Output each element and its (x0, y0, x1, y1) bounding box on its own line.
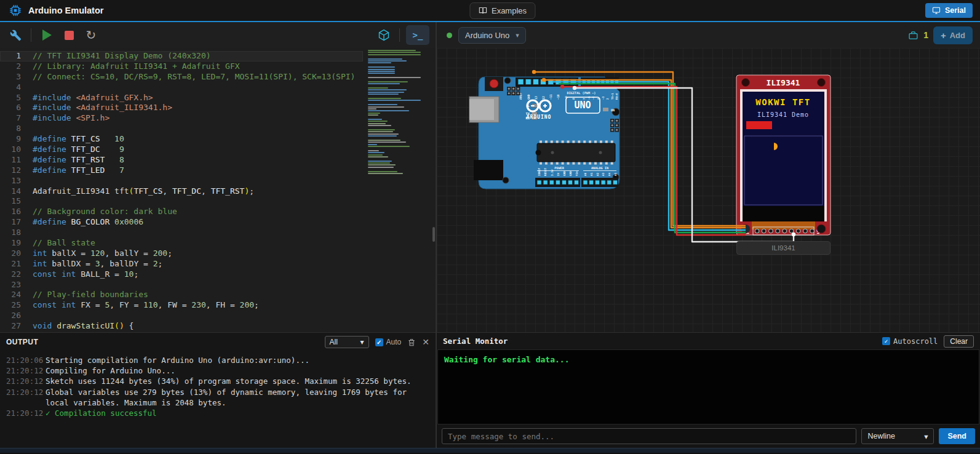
pin[interactable] (606, 80, 610, 84)
chevron-down-icon: ▾ (361, 338, 364, 346)
pin[interactable] (595, 180, 599, 185)
serial-button[interactable]: Serial (925, 3, 973, 18)
code-line[interactable]: 17#define BG_COLOR 0x0006 (0, 217, 436, 228)
serial-terminal[interactable]: Waiting for serial data... (437, 349, 979, 424)
editor-minimap[interactable] (368, 50, 426, 175)
pin[interactable] (549, 180, 554, 185)
tft-pin[interactable] (769, 229, 773, 233)
tft-pin[interactable] (796, 229, 800, 233)
code-line[interactable]: 25const int FX = 5, FY = 110, FW = 230, … (0, 300, 436, 311)
minimap-row (368, 156, 388, 157)
code-line[interactable]: 13 (0, 176, 436, 186)
minimap-row (368, 123, 386, 124)
pin[interactable] (601, 80, 605, 84)
pin[interactable] (537, 180, 541, 185)
wire-endpoint[interactable] (532, 70, 536, 74)
pin[interactable] (548, 79, 554, 85)
line-number: 6 (0, 103, 21, 113)
ili9341-tft-module[interactable]: ILI9341 WOKWI TFT ILI9341 Demo 1 9 (736, 75, 831, 235)
code-line[interactable]: 19// Ball state (0, 238, 436, 249)
serial-message-input[interactable] (442, 428, 856, 444)
pin[interactable] (587, 80, 591, 84)
code-editor[interactable]: 1// TFT ILI9341 Display Demo (240x320)2/… (0, 48, 436, 332)
pin[interactable] (525, 79, 531, 85)
code-line[interactable]: 14Adafruit_ILI9341 tft(TFT_CS, TFT_DC, T… (0, 186, 436, 197)
code-line[interactable]: 15 (0, 196, 436, 207)
stop-button[interactable] (60, 26, 78, 44)
code-line[interactable]: 27void drawStaticUI() { (0, 321, 436, 332)
pin[interactable] (556, 180, 560, 185)
code-line[interactable]: 28 tft.fillScreen(BG_COLOR); (0, 332, 436, 332)
code-line[interactable]: 1// TFT ILI9341 Display Demo (240x320) (0, 51, 363, 62)
code-line[interactable]: 22const int BALL_R = 10; (0, 269, 436, 280)
pin[interactable] (601, 180, 605, 185)
circuit-canvas[interactable]: AREFGND1312~11~10~987~6~54~32TX→1RX←0 DI… (437, 48, 980, 332)
pin[interactable] (575, 180, 579, 185)
arduino-uno-board[interactable]: AREFGND1312~11~10~987~6~54~32TX→1RX←0 DI… (479, 77, 619, 189)
minimap-row (368, 56, 426, 57)
clear-serial-button[interactable]: Clear (944, 335, 974, 348)
add-part-button[interactable]: + Add (933, 26, 973, 44)
pin[interactable] (583, 180, 588, 185)
pin-label: RX←0 (615, 93, 618, 100)
code-line[interactable]: 26 (0, 311, 436, 321)
tft-pin[interactable] (776, 229, 780, 233)
code-line[interactable]: 20int ballX = 120, ballY = 200; (0, 249, 436, 259)
line-ending-select[interactable]: Newline ▾ (861, 428, 934, 444)
pin[interactable] (541, 79, 546, 85)
board-select[interactable]: Arduino Uno ▾ (458, 27, 526, 44)
line-content: #include <Adafruit_ILI9341.h> (33, 103, 172, 113)
autoscroll-output-checkbox[interactable]: ✓ Auto (375, 338, 402, 346)
pin[interactable] (568, 180, 573, 185)
pin[interactable] (543, 180, 548, 185)
terminal-icon: >_ (413, 30, 423, 40)
log-timestamp: 21:20:12 (6, 376, 46, 386)
autoscroll-checkbox[interactable]: ✓ Autoscroll (882, 337, 938, 346)
libraries-cube-button[interactable] (375, 26, 393, 44)
code-line[interactable]: 16// Background color: dark blue (0, 207, 436, 217)
pin[interactable] (589, 180, 594, 185)
clear-output-trash-button[interactable] (407, 338, 416, 347)
pin[interactable] (607, 180, 612, 185)
tft-pin[interactable] (810, 229, 815, 233)
pin[interactable] (562, 180, 566, 185)
pin[interactable] (518, 79, 524, 85)
tft-pin[interactable] (755, 229, 759, 233)
checkbox-check-icon: ✓ (882, 337, 890, 345)
reset-button[interactable] (490, 79, 498, 88)
pin[interactable] (583, 80, 586, 84)
tft-pin[interactable] (762, 229, 766, 233)
line-content: #define TFT_RST 8 (33, 155, 124, 165)
pin[interactable] (610, 80, 614, 84)
tft-pin[interactable] (783, 229, 787, 233)
minimap-row (368, 65, 426, 66)
pin[interactable] (613, 180, 618, 185)
output-filter-select[interactable]: All ▾ (325, 336, 369, 348)
pin[interactable] (570, 79, 576, 85)
tft-pin[interactable] (803, 229, 808, 233)
code-line[interactable]: 21int ballDX = 3, ballDY = 2; (0, 259, 436, 269)
pin[interactable] (596, 80, 600, 84)
examples-button[interactable]: Examples (469, 2, 535, 19)
pin[interactable] (563, 79, 568, 85)
code-line[interactable]: 18 (0, 228, 436, 238)
pin[interactable] (556, 79, 561, 85)
code-line[interactable]: 24// Play-field boundaries (0, 290, 436, 300)
restart-button[interactable]: ↻ (82, 26, 100, 44)
pin-label: ~3 (602, 96, 605, 100)
run-button[interactable] (38, 26, 56, 44)
pin[interactable] (615, 80, 619, 84)
pin[interactable] (533, 79, 538, 85)
close-output-button[interactable]: ✕ (422, 337, 429, 347)
editor-scrollbar-thumb[interactable] (432, 227, 435, 242)
log-timestamp: 21:20:12 (6, 387, 46, 408)
pin[interactable] (592, 80, 596, 84)
tft-pin[interactable] (789, 229, 794, 233)
terminal-toggle-button[interactable]: >_ (406, 25, 429, 45)
send-button[interactable]: Send (939, 428, 975, 444)
settings-wrench-button[interactable] (6, 26, 25, 44)
minimap-row (368, 60, 407, 62)
arduino-brand-text: ARDUINO (527, 114, 552, 120)
atmega-chip[interactable] (536, 141, 616, 165)
code-line[interactable]: 23 (0, 280, 436, 290)
